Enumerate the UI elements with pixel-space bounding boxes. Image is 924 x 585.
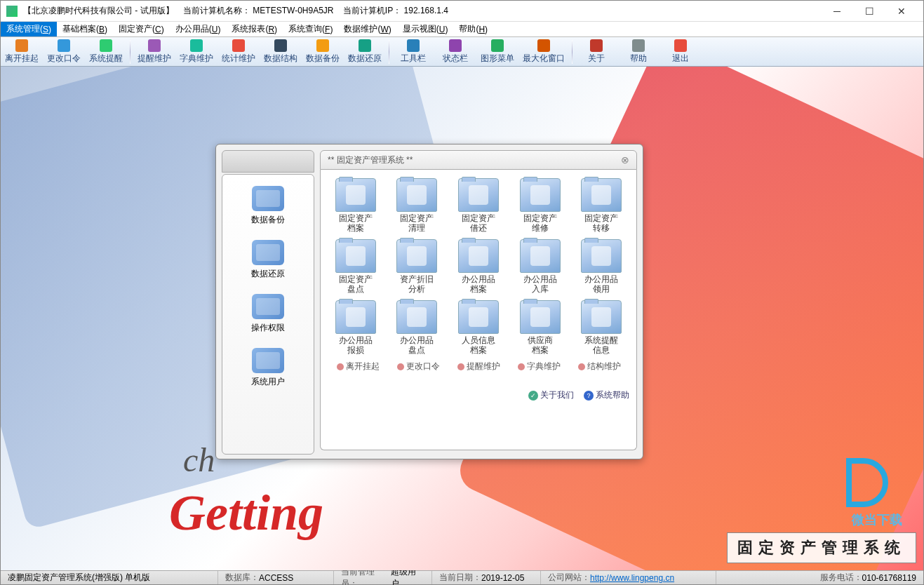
main-dialog: 数据备份数据还原操作权限系统用户 ** 固定资产管理系统 ** ⊗ 固定资产档案… — [215, 144, 643, 459]
website-link[interactable]: http://www.lingpeng.cn — [590, 573, 674, 583]
toolbar-数据备份[interactable]: 数据备份 — [302, 38, 344, 66]
workspace: ch Getting 数据备份数据还原操作权限系统用户 ** 固定资产管理系统 … — [1, 67, 923, 570]
status-date: 当前日期： 2019-12-05 — [432, 571, 541, 584]
toolbar-更改口令[interactable]: 更改口令 — [43, 38, 85, 66]
quick-link-更改口令[interactable]: 更改口令 — [397, 361, 440, 372]
menu-s[interactable]: 系统管理(S) — [1, 22, 57, 36]
grid-item-办公用品报损[interactable]: 办公用品报损 — [328, 299, 384, 357]
person-icon — [578, 363, 585, 370]
menu-b[interactable]: 基础档案(B) — [57, 22, 113, 36]
grid-item-固定资产维修[interactable]: 固定资产维修 — [512, 177, 568, 235]
brand-footer: 固定资产管理系统 — [727, 532, 916, 563]
toolbar-label: 数据备份 — [306, 53, 340, 65]
status-product: 凌鹏固定资产管理系统(增强版) 单机版 — [1, 571, 218, 584]
toolbar-icon — [537, 39, 550, 52]
minimize-button[interactable]: ─ — [821, 1, 853, 21]
quick-link-字典维护[interactable]: 字典维护 — [518, 361, 561, 372]
footer-link-关于我们[interactable]: ✓关于我们 — [528, 389, 574, 401]
folder-icon — [252, 186, 284, 211]
grid-item-办公用品档案[interactable]: 办公用品档案 — [450, 238, 507, 296]
toolbar-工具栏[interactable]: 工具栏 — [392, 38, 434, 66]
person-icon — [518, 363, 525, 370]
footer-link-系统帮助[interactable]: ?系统帮助 — [584, 389, 629, 401]
menu-u[interactable]: 办公用品(U) — [170, 22, 227, 36]
toolbar-label: 数据还原 — [348, 53, 382, 65]
left-nav-操作权限[interactable]: 操作权限 — [222, 290, 314, 344]
toolbar-label: 系统提醒 — [89, 53, 123, 65]
toolbar-状态栏[interactable]: 状态栏 — [434, 38, 476, 66]
toolbar: 离开挂起更改口令系统提醒提醒维护字典维护统计维护数据结构数据备份数据还原工具栏状… — [1, 37, 923, 67]
quick-link-离开挂起[interactable]: 离开挂起 — [337, 361, 380, 372]
menu-r[interactable]: 系统报表(R) — [226, 22, 283, 36]
quick-link-label: 提醒维护 — [467, 361, 500, 372]
left-tab-header[interactable] — [222, 150, 314, 173]
toolbar-label: 最大化窗口 — [523, 53, 565, 65]
toolbar-label: 工具栏 — [401, 53, 426, 65]
folder-icon — [458, 239, 499, 273]
toolbar-统计维护[interactable]: 统计维护 — [217, 38, 260, 66]
menu-c[interactable]: 固定资产(C) — [113, 22, 170, 36]
grid-item-办公用品入库[interactable]: 办公用品入库 — [512, 238, 568, 296]
toolbar-icon — [58, 39, 70, 52]
folder-icon — [396, 178, 437, 212]
toolbar-帮助[interactable]: 帮助 — [617, 38, 659, 66]
toolbar-数据还原[interactable]: 数据还原 — [344, 38, 386, 66]
left-nav-数据还原[interactable]: 数据还原 — [222, 236, 314, 290]
toolbar-icon — [632, 39, 645, 52]
toolbar-label: 状态栏 — [443, 53, 468, 65]
quick-link-结构维护[interactable]: 结构维护 — [578, 361, 621, 372]
menu-u[interactable]: 显示视图(U) — [397, 22, 454, 36]
grid-item-固定资产转移[interactable]: 固定资产转移 — [573, 177, 629, 235]
toolbar-separator — [572, 40, 573, 64]
computer-name-label: 当前计算机名称： — [183, 6, 250, 15]
grid-item-办公用品盘点[interactable]: 办公用品盘点 — [389, 299, 446, 357]
toolbar-字典维护[interactable]: 字典维护 — [175, 38, 217, 66]
toolbar-提醒维护[interactable]: 提醒维护 — [133, 38, 175, 66]
toolbar-icon — [491, 39, 504, 52]
toolbar-系统提醒[interactable]: 系统提醒 — [85, 38, 127, 66]
grid-item-label: 办公用品入库 — [514, 274, 567, 295]
grid-item-固定资产借还[interactable]: 固定资产借还 — [450, 177, 507, 235]
close-button[interactable]: ✕ — [885, 1, 918, 21]
company-name: 【北京凌鹏时代科技有限公司 - 试用版】 — [23, 6, 174, 15]
toolbar-数据结构[interactable]: 数据结构 — [260, 38, 302, 66]
folder-icon — [581, 239, 622, 273]
menu-f[interactable]: 系统查询(F) — [283, 22, 338, 36]
grid-item-label: 人员信息档案 — [452, 335, 505, 356]
toolbar-离开挂起[interactable]: 离开挂起 — [1, 38, 43, 66]
quick-link-提醒维护[interactable]: 提醒维护 — [457, 361, 500, 372]
grid-item-固定资产清理[interactable]: 固定资产清理 — [389, 177, 446, 235]
toolbar-icon — [100, 39, 112, 52]
toolbar-icon — [190, 39, 203, 52]
grid-item-label: 办公用品领用 — [575, 274, 628, 295]
toolbar-退出[interactable]: 退出 — [659, 38, 702, 66]
bg-text-getting: Getting — [169, 484, 323, 542]
grid-item-固定资产盘点[interactable]: 固定资产盘点 — [328, 238, 384, 296]
grid-item-办公用品领用[interactable]: 办公用品领用 — [573, 238, 629, 296]
grid-item-资产折旧分析[interactable]: 资产折旧分析 — [389, 238, 446, 296]
info-icon: ✓ — [528, 391, 538, 401]
grid-item-固定资产档案[interactable]: 固定资产档案 — [328, 177, 384, 235]
dialog-right-panel: ** 固定资产管理系统 ** ⊗ 固定资产档案固定资产清理固定资产借还固定资产维… — [320, 144, 643, 459]
person-icon — [457, 363, 464, 370]
toolbar-label: 关于 — [588, 53, 605, 65]
grid-item-label: 固定资产清理 — [391, 213, 444, 234]
folder-icon — [520, 300, 561, 334]
left-nav-数据备份[interactable]: 数据备份 — [222, 182, 314, 236]
maximize-button[interactable]: ☐ — [853, 1, 885, 21]
left-nav-系统用户[interactable]: 系统用户 — [222, 344, 314, 398]
grid-item-供应商档案[interactable]: 供应商档案 — [512, 299, 568, 357]
toolbar-icon — [590, 39, 603, 52]
folder-icon — [252, 294, 284, 319]
computer-ip: 192.168.1.4 — [404, 6, 448, 15]
menu-w[interactable]: 数据维护(W) — [338, 22, 396, 36]
menu-h[interactable]: 帮助(H) — [453, 22, 493, 36]
toolbar-关于[interactable]: 关于 — [575, 38, 617, 66]
dialog-close-icon[interactable]: ⊗ — [621, 154, 629, 166]
toolbar-图形菜单[interactable]: 图形菜单 — [476, 38, 518, 66]
footer-link-label: 关于我们 — [540, 389, 574, 401]
folder-icon — [520, 239, 561, 273]
grid-item-人员信息档案[interactable]: 人员信息档案 — [450, 299, 507, 357]
toolbar-最大化窗口[interactable]: 最大化窗口 — [518, 38, 569, 66]
grid-item-系统提醒信息[interactable]: 系统提醒信息 — [573, 299, 629, 357]
